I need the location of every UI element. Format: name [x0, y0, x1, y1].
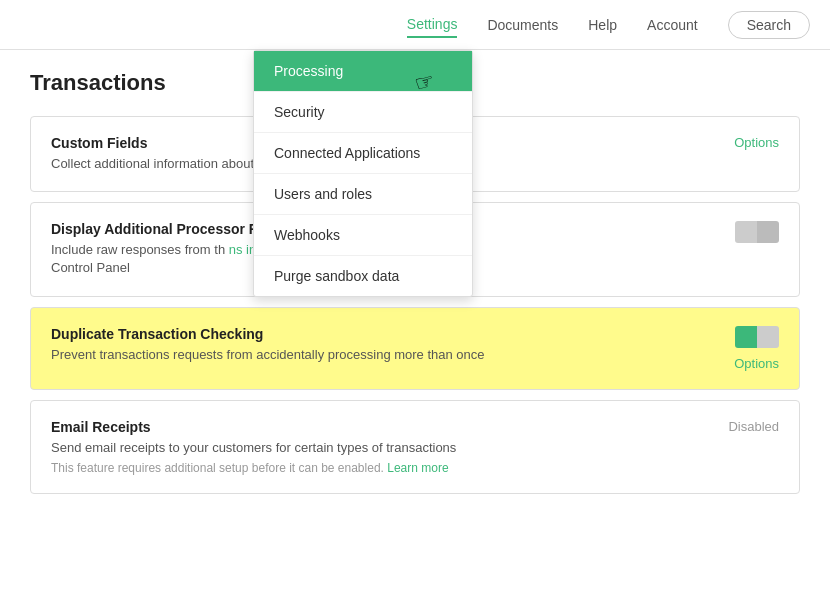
duplicate-transaction-action: Options	[699, 326, 779, 371]
duplicate-transaction-inner: Duplicate Transaction Checking Prevent t…	[31, 308, 799, 389]
nav-documents[interactable]: Documents	[487, 13, 558, 37]
duplicate-transaction-toggle[interactable]	[735, 326, 779, 348]
dropdown-purge-sandbox[interactable]: Purge sandbox data	[254, 256, 472, 296]
email-receipts-footer-text: This feature requires additional setup b…	[51, 461, 384, 475]
dropdown-webhooks[interactable]: Webhooks	[254, 215, 472, 256]
dropdown-connected-apps[interactable]: Connected Applications	[254, 133, 472, 174]
display-processor-desc2: Control Panel	[51, 260, 130, 275]
dropdown-security[interactable]: Security	[254, 92, 472, 133]
settings-dropdown: Processing Security Connected Applicatio…	[253, 50, 473, 297]
custom-fields-action: Options	[699, 135, 779, 150]
display-processor-action	[699, 221, 779, 243]
email-receipts-status: Disabled	[728, 419, 779, 434]
email-receipts-title: Email Receipts	[51, 419, 699, 435]
nav-help[interactable]: Help	[588, 13, 617, 37]
email-receipts-card: Email Receipts Send email receipts to yo…	[30, 400, 800, 494]
email-receipts-desc: Send email receipts to your customers fo…	[51, 439, 699, 457]
dropdown-processing[interactable]: Processing	[254, 51, 472, 92]
nav-items: Settings Documents Help Account Search	[407, 11, 810, 39]
nav-settings[interactable]: Settings	[407, 12, 458, 38]
custom-fields-desc-text: Collect additional information	[51, 156, 218, 171]
toggle-right	[757, 221, 779, 243]
email-receipts-action: Disabled	[699, 419, 779, 434]
email-receipts-inner: Email Receipts Send email receipts to yo…	[31, 401, 799, 493]
toggle-left	[735, 221, 757, 243]
search-button[interactable]: Search	[728, 11, 810, 39]
display-processor-desc-text: Include raw responses from th	[51, 242, 225, 257]
email-receipts-content: Email Receipts Send email receipts to yo…	[51, 419, 699, 475]
duplicate-transaction-content: Duplicate Transaction Checking Prevent t…	[51, 326, 699, 364]
email-receipts-learn-more[interactable]: Learn more	[387, 461, 448, 475]
toggle-on	[735, 326, 757, 348]
duplicate-transaction-desc: Prevent transactions requests from accid…	[51, 346, 699, 364]
toggle-off	[757, 326, 779, 348]
duplicate-transaction-title: Duplicate Transaction Checking	[51, 326, 699, 342]
duplicate-transaction-card: Duplicate Transaction Checking Prevent t…	[30, 307, 800, 390]
custom-fields-options[interactable]: Options	[734, 135, 779, 150]
top-nav: Settings Documents Help Account Search	[0, 0, 830, 50]
duplicate-transaction-options[interactable]: Options	[734, 356, 779, 371]
dropdown-users-roles[interactable]: Users and roles	[254, 174, 472, 215]
display-processor-toggle[interactable]	[735, 221, 779, 243]
email-receipts-footer: This feature requires additional setup b…	[51, 461, 699, 475]
nav-account[interactable]: Account	[647, 13, 698, 37]
